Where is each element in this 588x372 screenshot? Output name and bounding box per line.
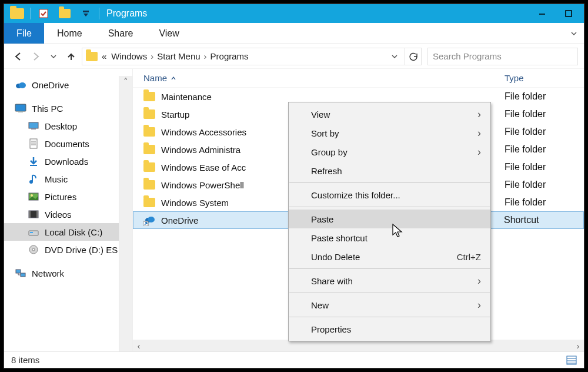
svg-rect-22 (30, 232, 33, 233)
sidebar-item-label: Network (32, 268, 64, 278)
submenu-arrow-icon: › (477, 147, 481, 157)
context-item-label: New (311, 300, 329, 310)
sidebar-scrollbar[interactable]: ˄ (119, 76, 132, 351)
context-pasteshortcut[interactable]: Paste shortcut (289, 228, 490, 247)
titlebar: Programs (4, 4, 584, 23)
folder-icon (143, 198, 155, 207)
sidebar-item-desktop[interactable]: Desktop (4, 117, 119, 135)
breadcrumb-prefix: « (102, 51, 106, 61)
search-input[interactable]: Search Programs (427, 48, 578, 65)
sidebar-item-thispc[interactable]: This PC (4, 99, 119, 117)
sidebar-item-label: DVD Drive (D:) ES (45, 245, 118, 255)
back-button[interactable] (11, 49, 25, 64)
sort-indicator-icon (171, 75, 176, 81)
address-folder-icon (84, 49, 99, 64)
breadcrumb-programs[interactable]: Programs (211, 51, 249, 61)
pictures-icon (28, 191, 39, 202)
file-name: OneDrive (161, 215, 198, 225)
quickaccess-dropdown-icon[interactable] (79, 6, 93, 21)
quickaccess-newfolder-icon[interactable] (58, 6, 72, 21)
context-customize[interactable]: Customize this folder... (289, 185, 490, 204)
scroll-left-icon[interactable]: ‹ (133, 341, 145, 351)
context-refresh[interactable]: Refresh (289, 161, 490, 180)
maximize-button[interactable] (555, 5, 582, 22)
file-name: Windows System (161, 198, 229, 208)
sidebar-item-network[interactable]: Network (4, 264, 119, 282)
chevron-right-icon[interactable]: › (204, 51, 207, 61)
share-tab[interactable]: Share (95, 23, 146, 44)
scroll-right-icon[interactable]: › (572, 341, 584, 351)
navigation-pane: OneDrive This PC Desktop Documents (4, 69, 132, 351)
minimize-button[interactable] (529, 5, 555, 22)
submenu-arrow-icon: › (477, 275, 481, 286)
scroll-up-icon[interactable]: ˄ (119, 76, 132, 88)
quickaccess-properties-icon[interactable] (36, 6, 51, 21)
forward-button[interactable] (29, 49, 43, 64)
svg-rect-25 (16, 270, 21, 273)
sidebar-item-videos[interactable]: Videos (4, 205, 119, 223)
context-item-label: View (311, 109, 330, 119)
svg-point-5 (19, 82, 26, 88)
context-paste[interactable]: Paste (289, 210, 490, 228)
breadcrumb-startmenu[interactable]: Start Menu (157, 51, 200, 61)
context-separator (289, 293, 490, 293)
column-name-label[interactable]: Name (143, 73, 167, 83)
view-tab[interactable]: View (146, 23, 192, 44)
file-type: File folder (505, 91, 584, 102)
sidebar-item-pictures[interactable]: Pictures (4, 188, 119, 205)
submenu-arrow-icon: › (477, 128, 481, 138)
context-sortby[interactable]: Sort by› (289, 124, 490, 142)
home-tab[interactable]: Home (44, 23, 95, 44)
sidebar-item-documents[interactable]: Documents (4, 135, 119, 152)
file-tab[interactable]: File (4, 23, 44, 44)
up-button[interactable] (64, 49, 78, 64)
refresh-button[interactable] (405, 48, 421, 65)
svg-rect-19 (29, 211, 31, 218)
sidebar-item-music[interactable]: Music (4, 170, 119, 188)
view-details-icon[interactable] (566, 356, 577, 365)
context-item-label: Undo Delete (311, 252, 360, 262)
status-bar: 8 items (4, 351, 584, 368)
breadcrumb-windows[interactable]: Windows (111, 51, 147, 61)
ribbon-tabs: File Home Share View (4, 23, 584, 44)
window-title: Programs (106, 8, 147, 19)
file-type: File folder (505, 144, 584, 155)
search-placeholder: Search Programs (433, 51, 502, 61)
file-type: File folder (505, 197, 584, 208)
desktop-icon (28, 120, 39, 132)
column-headers[interactable]: Name Type (133, 69, 584, 88)
sidebar-item-downloads[interactable]: Downloads (4, 152, 119, 170)
folder-icon (143, 145, 155, 154)
context-properties[interactable]: Properties (289, 320, 490, 338)
svg-point-28 (148, 217, 155, 222)
context-item-label: Paste (311, 214, 333, 224)
svg-rect-7 (18, 111, 23, 112)
context-sharewith[interactable]: Share with› (289, 271, 490, 290)
titlebar-folder-icon (10, 6, 24, 21)
ribbon-expand-icon[interactable] (564, 23, 584, 44)
context-groupby[interactable]: Group by› (289, 142, 490, 161)
status-item-count: 8 items (11, 355, 39, 365)
navigation-bar: « Windows › Start Menu › Programs Search… (4, 44, 584, 69)
address-bar[interactable]: « Windows › Start Menu › Programs (82, 48, 422, 65)
context-new[interactable]: New› (289, 295, 490, 314)
sidebar-item-onedrive[interactable]: OneDrive (4, 76, 119, 94)
column-type-label[interactable]: Type (505, 73, 584, 83)
chevron-right-icon[interactable]: › (151, 51, 153, 61)
context-undodelete[interactable]: Undo DeleteCtrl+Z (289, 247, 490, 266)
horizontal-scrollbar[interactable]: ‹ › (133, 340, 584, 351)
address-dropdown-icon[interactable] (387, 49, 402, 64)
context-view[interactable]: View› (289, 105, 490, 124)
sidebar-item-localdisk[interactable]: Local Disk (C:) (4, 223, 119, 241)
sidebar-item-dvddrive[interactable]: DVD Drive (D:) ES (4, 241, 119, 258)
file-name: Windows Administra (161, 145, 240, 155)
sidebar-item-label: Downloads (45, 157, 88, 167)
context-separator (289, 268, 490, 269)
context-item-label: Sort by (311, 128, 339, 138)
submenu-arrow-icon: › (477, 109, 481, 119)
folder-icon (143, 180, 155, 190)
context-item-label: Customize this folder... (311, 190, 400, 200)
context-separator (289, 182, 490, 183)
recent-dropdown-icon[interactable] (46, 49, 61, 64)
svg-rect-3 (566, 11, 572, 16)
